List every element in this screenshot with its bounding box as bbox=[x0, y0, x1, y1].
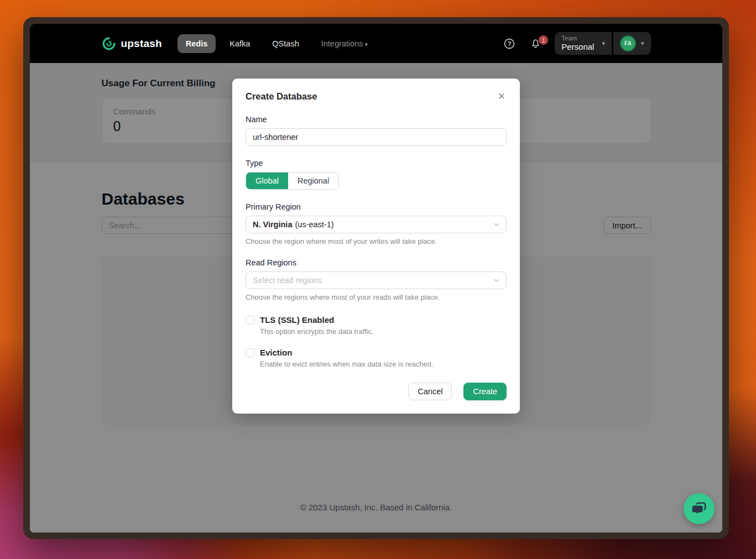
chat-widget-button[interactable] bbox=[684, 493, 715, 524]
avatar: FA bbox=[620, 35, 636, 51]
brand-name: upstash bbox=[121, 38, 162, 50]
tls-help: This option encrypts the data traffic. bbox=[260, 327, 374, 336]
read-regions-help: Choose the regions where most of your re… bbox=[246, 293, 507, 301]
read-regions-select[interactable]: Select read regions bbox=[246, 271, 507, 289]
chevron-down-icon bbox=[493, 277, 500, 284]
account-menu[interactable]: FA ▾ bbox=[613, 32, 651, 55]
svg-text:?: ? bbox=[508, 40, 512, 46]
nav-item-qstash[interactable]: QStash bbox=[264, 34, 307, 53]
chevron-down-icon: ▾ bbox=[602, 40, 605, 47]
upstash-logo-icon bbox=[102, 36, 116, 51]
chevron-down-icon bbox=[493, 221, 500, 228]
type-field: Type Global Regional bbox=[246, 159, 507, 190]
bell-icon[interactable]: 1 bbox=[530, 38, 541, 49]
type-toggle: Global Regional bbox=[246, 172, 339, 190]
nav-item-redis[interactable]: Redis bbox=[178, 34, 216, 53]
primary-region-value: N. Virginia bbox=[253, 220, 292, 229]
name-label: Name bbox=[246, 115, 507, 124]
primary-region-select[interactable]: N. Virginia (us-east-1) bbox=[246, 216, 507, 233]
close-icon[interactable]: ✕ bbox=[497, 91, 507, 102]
primary-region-label: Primary Region bbox=[246, 202, 507, 211]
name-input[interactable] bbox=[246, 128, 507, 146]
eviction-checkbox[interactable] bbox=[246, 348, 254, 357]
nav-menu: Redis Kafka QStash Integrations▾ bbox=[178, 34, 376, 53]
eviction-row: Eviction Enable to evict entries when ma… bbox=[246, 348, 507, 368]
eviction-label: Eviction bbox=[260, 348, 434, 358]
app-window: upstash Redis Kafka QStash Integrations▾ bbox=[23, 17, 729, 539]
nav-item-kafka[interactable]: Kafka bbox=[221, 34, 258, 53]
primary-region-field: Primary Region N. Virginia (us-east-1) C… bbox=[246, 202, 507, 245]
read-regions-placeholder: Select read regions bbox=[253, 276, 322, 285]
nav-item-integrations[interactable]: Integrations▾ bbox=[313, 34, 376, 53]
team-switcher[interactable]: Team Personal ▾ bbox=[555, 32, 612, 55]
tls-checkbox[interactable] bbox=[246, 316, 254, 325]
tls-row: TLS (SSL) Enabled This option encrypts t… bbox=[246, 315, 507, 336]
name-field: Name bbox=[246, 115, 507, 146]
create-button[interactable]: Create bbox=[463, 383, 507, 400]
primary-region-help: Choose the region where most of your wri… bbox=[246, 237, 507, 245]
cancel-button[interactable]: Cancel bbox=[408, 383, 452, 400]
help-icon[interactable]: ? bbox=[503, 38, 515, 50]
chevron-down-icon: ▾ bbox=[641, 40, 644, 47]
chat-icon bbox=[691, 500, 707, 517]
team-value: Personal bbox=[561, 42, 594, 51]
notification-badge: 1 bbox=[539, 35, 548, 45]
page-body: Usage For Current Billing Commands 0 Dat… bbox=[30, 63, 722, 532]
tls-label: TLS (SSL) Enabled bbox=[260, 315, 374, 325]
caret-down-icon: ▾ bbox=[364, 41, 368, 48]
desktop-wallpaper: upstash Redis Kafka QStash Integrations▾ bbox=[0, 0, 756, 559]
create-database-modal: Create Database ✕ Name Type Global Regio… bbox=[232, 79, 520, 414]
modal-header: Create Database ✕ bbox=[246, 91, 507, 102]
read-regions-label: Read Regions bbox=[246, 258, 507, 267]
top-nav: upstash Redis Kafka QStash Integrations▾ bbox=[30, 24, 722, 63]
primary-region-code: (us-east-1) bbox=[295, 220, 333, 229]
team-label: Team bbox=[561, 35, 594, 42]
app-window-content: upstash Redis Kafka QStash Integrations▾ bbox=[30, 24, 722, 532]
type-toggle-regional[interactable]: Regional bbox=[288, 173, 338, 189]
type-toggle-global[interactable]: Global bbox=[246, 173, 288, 189]
modal-title: Create Database bbox=[246, 91, 317, 102]
eviction-help: Enable to evict entries when max data si… bbox=[260, 360, 434, 368]
read-regions-field: Read Regions Select read regions Choose … bbox=[246, 258, 507, 301]
modal-footer: Cancel Create bbox=[246, 383, 507, 400]
type-label: Type bbox=[246, 159, 507, 168]
brand: upstash bbox=[102, 36, 162, 51]
nav-item-integrations-label: Integrations bbox=[321, 39, 363, 48]
nav-right: ? 1 Team bbox=[503, 32, 650, 55]
